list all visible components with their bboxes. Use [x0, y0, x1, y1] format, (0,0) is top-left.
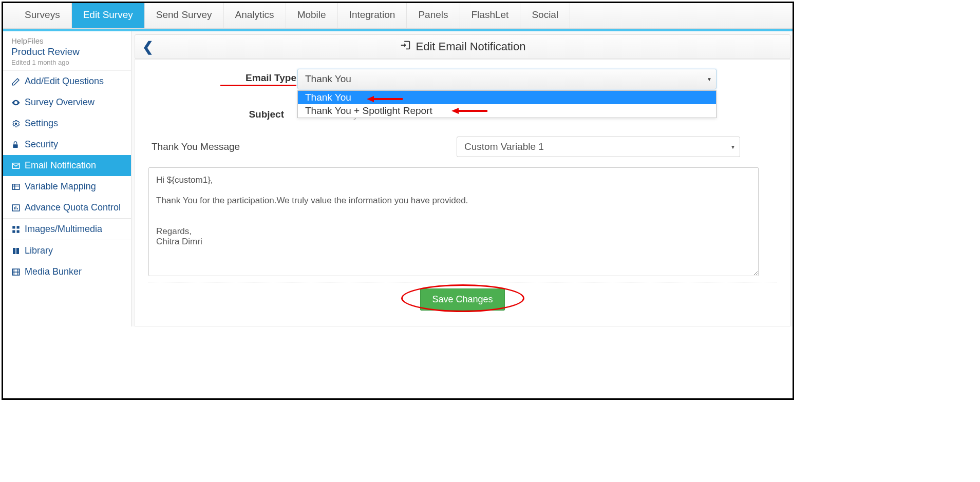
table-icon [11, 182, 25, 191]
svg-rect-11 [17, 226, 20, 228]
sidebar-item-variable-mapping[interactable]: Variable Mapping [3, 176, 131, 197]
svg-rect-12 [12, 230, 15, 233]
option-label: Thank You [305, 92, 351, 103]
svg-point-0 [15, 122, 17, 125]
edit-icon [11, 77, 25, 86]
top-nav: Surveys Edit Survey Send Survey Analytic… [3, 3, 793, 29]
page-title: Edit Email Notification [416, 40, 526, 53]
tab-send-survey[interactable]: Send Survey [145, 3, 224, 28]
main-content: ❮ Edit Email Notification Email Type Tha… [131, 31, 793, 326]
sidebar-item-email-notification[interactable]: Email Notification [3, 155, 131, 176]
mail-icon [11, 161, 25, 170]
svg-rect-1 [13, 144, 17, 148]
svg-rect-13 [17, 230, 20, 233]
sidebar-item-label: Add/Edit Questions [25, 76, 104, 87]
sidebar-header: HelpFiles Product Review Edited 1 month … [3, 31, 131, 71]
chevron-down-icon: ▼ [730, 144, 736, 150]
sidebar-item-label: Survey Overview [25, 97, 95, 108]
svg-marker-19 [367, 96, 374, 102]
subject-label: Subject [148, 109, 297, 120]
divider [148, 282, 777, 282]
tab-edit-survey[interactable]: Edit Survey [72, 3, 145, 28]
sidebar-item-label: Email Notification [25, 160, 96, 171]
dropdown-option-thank-you-spotlight[interactable]: Thank You + Spotlight Report [298, 104, 716, 118]
sidebar-item-label: Advance Quota Control [25, 202, 121, 213]
helpfiles-label: HelpFiles [11, 36, 123, 45]
grid-icon [11, 225, 25, 234]
sidebar: HelpFiles Product Review Edited 1 month … [3, 31, 131, 326]
book-icon [11, 246, 25, 256]
sidebar-item-survey-overview[interactable]: Survey Overview [3, 92, 131, 113]
sidebar-item-media-bunker[interactable]: Media Bunker [3, 261, 131, 282]
form-panel: Email Type Thank You ▼ Thank You Thank Y… [135, 59, 790, 326]
tab-analytics[interactable]: Analytics [224, 3, 286, 28]
sidebar-item-security[interactable]: Security [3, 134, 131, 155]
variable-select-value: Custom Variable 1 [464, 141, 544, 152]
tab-social[interactable]: Social [520, 3, 570, 28]
sidebar-item-label: Variable Mapping [25, 181, 96, 192]
sidebar-item-label: Settings [25, 118, 58, 129]
eye-icon [11, 98, 25, 107]
survey-title[interactable]: Product Review [11, 46, 123, 57]
sidebar-item-add-edit-questions[interactable]: Add/Edit Questions [3, 71, 131, 92]
message-body-textarea[interactable] [148, 167, 759, 276]
email-type-value: Thank You [305, 73, 351, 84]
tab-flashlet[interactable]: FlashLet [460, 3, 521, 28]
chevron-down-icon: ▼ [707, 76, 712, 82]
email-type-select[interactable]: Thank You ▼ [297, 69, 717, 89]
gears-icon [11, 119, 25, 128]
email-type-dropdown: Thank You Thank You + Spotlight Report [297, 90, 717, 118]
sidebar-item-images-multimedia[interactable]: Images/Multimedia [3, 219, 131, 240]
annotation-arrow-1 [367, 94, 403, 104]
main-header: ❮ Edit Email Notification [135, 34, 790, 59]
message-label: Thank You Message [148, 141, 457, 152]
email-type-label: Email Type [220, 72, 296, 86]
sidebar-item-library[interactable]: Library [3, 240, 131, 261]
chart-icon [11, 203, 25, 213]
sidebar-item-settings[interactable]: Settings [3, 113, 131, 134]
sidebar-item-label: Images/Multimedia [25, 224, 102, 235]
lock-icon [11, 141, 25, 149]
film-icon [11, 267, 25, 277]
edited-timestamp: Edited 1 month ago [11, 59, 123, 66]
sidebar-item-label: Media Bunker [25, 266, 82, 277]
logout-icon [400, 40, 411, 54]
tab-panels[interactable]: Panels [407, 3, 460, 28]
dropdown-option-thank-you[interactable]: Thank You [298, 91, 716, 104]
svg-marker-21 [451, 108, 459, 114]
back-button[interactable]: ❮ [135, 39, 161, 55]
save-changes-button[interactable]: Save Changes [420, 288, 504, 311]
custom-variable-select[interactable]: Custom Variable 1 ▼ [457, 137, 740, 157]
tab-mobile[interactable]: Mobile [286, 3, 338, 28]
tab-integration[interactable]: Integration [338, 3, 407, 28]
option-label: Thank You + Spotlight Report [305, 105, 432, 116]
sidebar-item-advance-quota[interactable]: Advance Quota Control [3, 197, 131, 218]
sidebar-item-label: Security [25, 139, 58, 150]
annotation-arrow-2 [451, 106, 487, 115]
sidebar-item-label: Library [25, 245, 53, 256]
svg-rect-3 [12, 184, 20, 189]
svg-rect-10 [12, 226, 15, 228]
tab-surveys[interactable]: Surveys [13, 3, 72, 28]
